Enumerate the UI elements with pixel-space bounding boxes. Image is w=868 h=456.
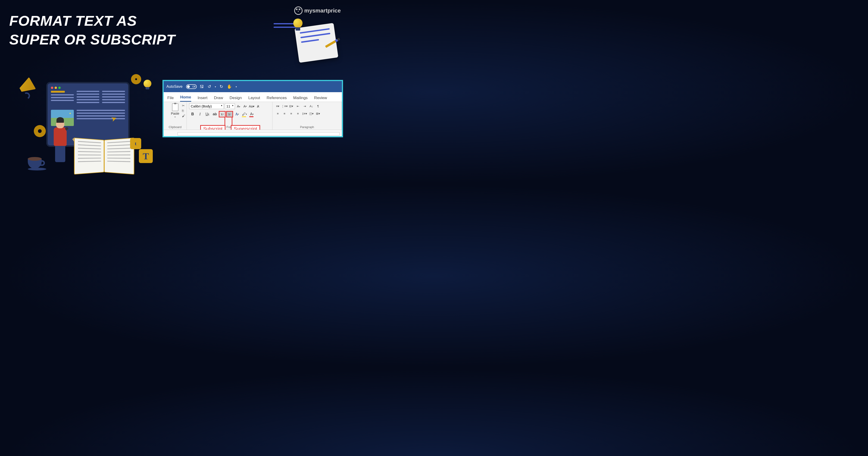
decrease-font-icon[interactable]: A▾	[242, 103, 248, 109]
gear-icon	[35, 126, 45, 136]
change-case-icon[interactable]: Aa▾	[249, 103, 254, 109]
decorative-illustration: ➤ t T	[11, 73, 155, 179]
tab-insert[interactable]: Insert	[198, 96, 208, 102]
decrease-indent-button[interactable]: ⇤	[295, 103, 301, 109]
headline-line-2: SUPER OR SUBSCRIPT	[9, 30, 175, 49]
letter-block-t: t	[130, 138, 141, 149]
justify-button[interactable]: ≡	[295, 111, 301, 116]
highlight-button[interactable]: 🖊▾	[241, 111, 248, 117]
clipboard-icon	[172, 103, 179, 111]
superscript-button[interactable]: x2	[226, 111, 233, 117]
autosave-state: Off	[192, 86, 195, 88]
multilevel-list-button[interactable]: ⊟▾	[288, 103, 294, 109]
cut-icon[interactable]: ✂	[182, 104, 185, 108]
text-effects-button[interactable]: A ▾	[234, 111, 241, 117]
autosave-label: AutoSave	[166, 85, 182, 89]
touch-mode-icon[interactable]: ✋	[227, 84, 232, 89]
headline-line-1: FORMAT TEXT AS	[9, 11, 175, 30]
paste-button[interactable]: Paste ▾	[166, 103, 184, 118]
lightbulb-icon	[144, 80, 151, 89]
brand-logo: mysmartprice	[294, 6, 341, 15]
paragraph-group-label: Paragraph	[275, 125, 339, 129]
redo-icon[interactable]: ↻	[220, 84, 223, 89]
increase-indent-button[interactable]: ⇥	[302, 103, 308, 109]
undo-dropdown-icon[interactable]: ▾	[215, 86, 216, 88]
numbering-button[interactable]: ⋮≡▾	[281, 103, 287, 109]
show-marks-button[interactable]: ¶	[315, 103, 321, 109]
align-left-button[interactable]: ≡	[275, 111, 281, 116]
owl-icon	[294, 6, 303, 15]
line-spacing-button[interactable]: ‡≡▾	[302, 111, 308, 116]
qat-dropdown-icon[interactable]: ▾	[236, 86, 237, 88]
increase-font-icon[interactable]: A▴	[236, 103, 241, 109]
gear-icon	[132, 75, 140, 83]
clipboard-group-label: Clipboard	[166, 125, 184, 129]
tab-review[interactable]: Review	[314, 96, 327, 102]
lightbulb-icon	[292, 19, 304, 32]
tab-mailings[interactable]: Mailings	[293, 96, 308, 102]
font-size-selector[interactable]: 11▾	[225, 103, 235, 109]
underline-button[interactable]: U ▾	[204, 111, 211, 117]
bold-button[interactable]: B	[189, 111, 196, 117]
clear-formatting-icon[interactable]: A̷	[255, 103, 261, 109]
person-illustration	[49, 119, 72, 165]
borders-button[interactable]: ⊞▾	[315, 111, 321, 116]
autosave-toggle[interactable]: Off	[186, 84, 197, 89]
sort-button[interactable]: A↓	[308, 103, 314, 109]
format-painter-icon[interactable]: 🖌	[182, 114, 185, 118]
word-ribbon-screenshot: AutoSave Off 🖫 ↺ ▾ ↻ ✋ ▾ File Home Inser…	[162, 80, 343, 137]
megaphone-icon	[17, 74, 45, 102]
paste-label: Paste	[171, 112, 179, 115]
tab-references[interactable]: References	[267, 96, 287, 102]
font-name-selector[interactable]: Calibri (Body)▾	[189, 103, 224, 109]
tab-draw[interactable]: Draw	[214, 96, 223, 102]
ribbon-tabs: File Home Insert Draw Design Layout Refe…	[164, 92, 342, 102]
word-titlebar: AutoSave Off 🖫 ↺ ▾ ↻ ✋ ▾	[164, 81, 342, 92]
paragraph-group: ≡▾ ⋮≡▾ ⊟▾ ⇤ ⇥ A↓ ¶ ≡ ≡ ≡ ≡ ‡≡▾ ◫▾ ⊞▾ Par…	[273, 102, 342, 130]
main-headline: FORMAT TEXT AS SUPER OR SUBSCRIPT	[9, 11, 175, 49]
shading-button[interactable]: ◫▾	[308, 111, 314, 116]
subscript-button[interactable]: x2	[219, 111, 226, 117]
align-center-button[interactable]: ≡	[281, 111, 287, 116]
letter-block-T: T	[139, 149, 153, 163]
tab-file[interactable]: File	[167, 96, 174, 102]
ruler	[164, 130, 342, 136]
strikethrough-button[interactable]: ab	[211, 111, 218, 117]
tab-home[interactable]: Home	[180, 95, 191, 102]
align-right-button[interactable]: ≡	[288, 111, 294, 116]
coffee-cup-icon	[28, 158, 46, 172]
copy-icon[interactable]: ⎘	[182, 109, 185, 113]
save-icon[interactable]: 🖫	[200, 84, 204, 89]
bullets-button[interactable]: ≡▾	[275, 103, 281, 109]
italic-button[interactable]: I	[196, 111, 204, 117]
clipboard-group: Paste ▾ ✂ ⎘ 🖌 Clipboard	[164, 102, 187, 130]
book-illustration	[74, 140, 134, 175]
undo-icon[interactable]: ↺	[208, 84, 211, 89]
logo-text: mysmartprice	[304, 7, 341, 14]
tab-layout[interactable]: Layout	[248, 96, 260, 102]
font-color-button[interactable]: A ▾	[248, 111, 255, 117]
tab-design[interactable]: Design	[229, 96, 242, 102]
